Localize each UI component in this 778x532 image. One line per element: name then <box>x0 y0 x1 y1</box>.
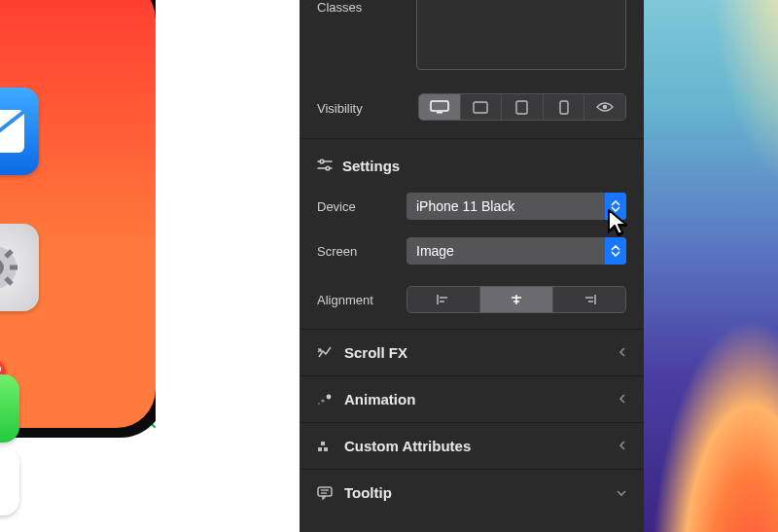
svg-rect-14 <box>516 101 527 114</box>
align-left-icon <box>436 294 451 305</box>
app-icon-mail <box>0 88 39 175</box>
visibility-phone[interactable] <box>544 94 585 120</box>
svg-point-31 <box>321 399 324 402</box>
svg-point-30 <box>327 394 332 399</box>
screen-select-value: Image <box>416 243 454 259</box>
section-tooltip[interactable]: Tooltip <box>300 469 644 515</box>
eye-icon <box>596 101 614 113</box>
svg-rect-36 <box>318 487 332 496</box>
settings-form: Device iPhone 11 Black Screen Image Alig… <box>300 187 644 319</box>
svg-rect-11 <box>431 101 448 111</box>
app-icon-other <box>0 447 19 515</box>
visibility-tablet-portrait[interactable] <box>502 94 544 120</box>
device-select-value: iPhone 11 Black <box>416 198 514 214</box>
align-right[interactable] <box>553 287 625 312</box>
tooltip-icon <box>317 486 333 500</box>
device-label: Device <box>317 199 407 214</box>
device-frame-screen: 274 gs 12 al <box>0 0 156 428</box>
chevron-left-icon <box>619 439 626 453</box>
section-custom-attributes[interactable]: Custom Attributes <box>300 422 644 469</box>
select-stepper-icon <box>605 193 626 220</box>
align-right-icon <box>582 294 597 305</box>
device-row: Device iPhone 11 Black <box>300 187 644 226</box>
alignment-row: Alignment <box>300 280 644 319</box>
envelope-icon <box>0 109 25 154</box>
classes-label: Classes <box>317 0 362 15</box>
section-header-settings: Settings <box>300 144 644 187</box>
svg-rect-12 <box>437 112 442 114</box>
align-left[interactable] <box>407 287 480 312</box>
screen-label: Screen <box>317 244 407 259</box>
gear-icon <box>0 243 19 292</box>
chevron-left-icon <box>619 345 626 360</box>
phone-icon <box>559 100 569 115</box>
align-center-icon <box>509 294 524 305</box>
app-icon-settings <box>0 224 39 311</box>
canvas-preview: 274 gs 12 al <box>0 0 156 532</box>
monitor-icon <box>430 100 449 114</box>
divider <box>300 138 644 139</box>
classes-input[interactable] <box>416 0 626 70</box>
section-scrollfx[interactable]: Scroll FX <box>300 329 644 375</box>
chevron-down-icon <box>617 485 626 500</box>
svg-rect-13 <box>474 102 487 113</box>
attributes-icon <box>317 440 333 453</box>
tooltip-title: Tooltip <box>344 484 392 501</box>
visibility-desktop[interactable] <box>419 94 461 120</box>
svg-point-20 <box>326 166 330 170</box>
svg-point-16 <box>603 105 608 110</box>
visibility-segmented <box>418 93 626 121</box>
animation-icon <box>317 393 333 407</box>
animation-title: Animation <box>344 391 415 408</box>
screen-row: Screen Image <box>300 231 644 270</box>
alignment-label: Alignment <box>317 293 407 307</box>
visibility-label: Visibility <box>317 101 407 116</box>
alignment-segmented <box>407 286 626 313</box>
align-center[interactable] <box>480 287 553 312</box>
svg-rect-33 <box>318 447 322 451</box>
visibility-preview[interactable] <box>584 94 625 120</box>
scrollfx-title: Scroll FX <box>344 344 407 361</box>
sliders-icon <box>317 159 333 172</box>
settings-title: Settings <box>342 158 400 174</box>
app-icon-messages <box>0 374 19 443</box>
desktop-wallpaper <box>644 0 778 532</box>
tablet-landscape-icon <box>473 101 488 114</box>
select-stepper-icon <box>605 237 626 265</box>
tablet-portrait-icon <box>515 100 528 115</box>
inspector-panel: Classes Visibility Settings <box>300 0 644 532</box>
visibility-tablet-landscape[interactable] <box>461 94 503 120</box>
svg-rect-34 <box>324 447 328 451</box>
svg-point-18 <box>320 160 324 163</box>
chevron-left-icon <box>619 392 626 407</box>
svg-point-32 <box>318 402 320 404</box>
screen-select[interactable]: Image <box>407 237 626 265</box>
canvas-background <box>156 0 300 532</box>
scrollfx-icon <box>317 346 333 360</box>
svg-rect-35 <box>321 442 325 445</box>
svg-rect-15 <box>560 101 568 114</box>
device-select[interactable]: iPhone 11 Black <box>407 193 626 220</box>
section-animation[interactable]: Animation <box>300 375 644 422</box>
custom-attributes-title: Custom Attributes <box>344 438 471 454</box>
